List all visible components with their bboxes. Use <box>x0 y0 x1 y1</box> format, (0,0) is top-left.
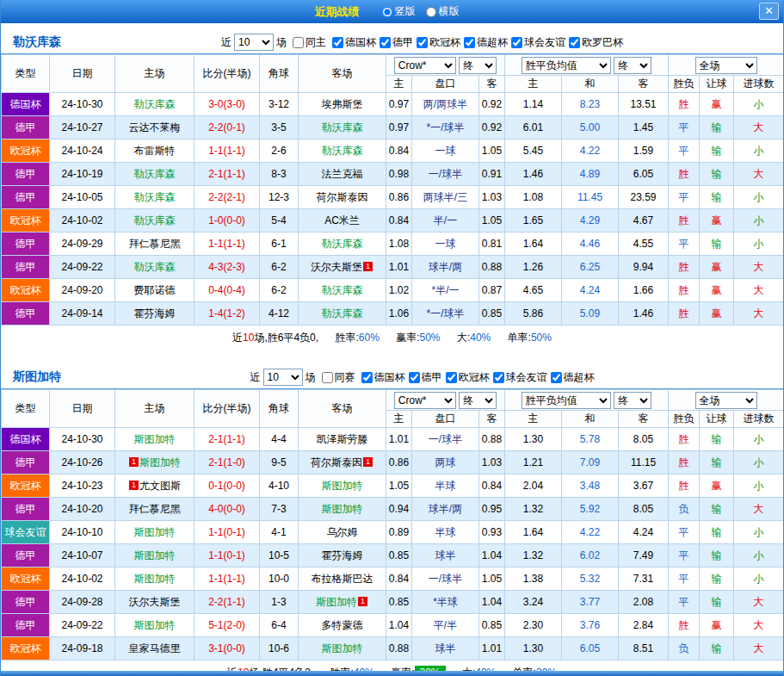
team-name: 勒沃库森 <box>134 191 176 203</box>
asian-home-odds: 1.05 <box>386 474 412 498</box>
asian-final-select[interactable]: 终 <box>459 57 497 74</box>
horizontal-radio[interactable] <box>426 7 436 17</box>
asian-away-odds: 1.05 <box>479 209 505 233</box>
league-filters: 德国杯德甲欧冠杯德超杯球会友谊欧罗巴杯 <box>329 35 623 50</box>
goals-result: 小 <box>734 474 784 498</box>
asian-handicap: 两/两球半 <box>412 93 479 116</box>
league-checkbox[interactable] <box>446 372 457 383</box>
score: 1-1(1-1) <box>194 567 260 591</box>
league-checkbox[interactable] <box>332 37 343 48</box>
euro-away-odds: 23.59 <box>619 186 669 209</box>
col-euro-away: 客 <box>619 411 669 428</box>
match-row: 德甲24-09-29拜仁慕尼黑1-1(1-1)6-1勒沃库森1.08一球0.81… <box>2 233 784 256</box>
away-team: 斯图加特1 <box>299 591 386 614</box>
league-filter[interactable]: 欧冠杯 <box>413 35 460 50</box>
same-checkbox[interactable] <box>293 37 304 48</box>
titlebar: 近期战绩 竖版 横版 ✕ <box>1 0 783 23</box>
euro-away-odds: 11.15 <box>619 451 669 474</box>
vertical-radio[interactable] <box>382 7 392 17</box>
euro-odds-select[interactable]: 胜平负均值 <box>522 57 611 74</box>
euro-final-select[interactable]: 终 <box>614 57 651 74</box>
euro-away-odds: 1.46 <box>619 302 669 326</box>
match-type: 球会友谊 <box>2 521 50 544</box>
red-card-badge: 1 <box>129 457 139 467</box>
team-name: 斯图加特 <box>134 526 176 538</box>
euro-home-odds: 1.08 <box>505 186 562 209</box>
league-filter[interactable]: 欧冠杯 <box>442 370 490 385</box>
same-checkbox[interactable] <box>322 372 333 383</box>
euro-final-select[interactable]: 终 <box>614 392 651 409</box>
league-filter[interactable]: 德国杯 <box>358 370 405 385</box>
score: 0-4(0-4) <box>194 279 260 302</box>
scope-select[interactable]: 全场 <box>695 57 757 74</box>
away-team: 乌尔姆 <box>299 521 386 544</box>
asian-home-odds: 0.85 <box>386 591 412 614</box>
euro-away-odds: 1.59 <box>619 140 669 163</box>
score: 2-1(1-1) <box>194 163 260 186</box>
league-filter[interactable]: 球会友谊 <box>490 370 547 385</box>
league-filter[interactable]: 德超杯 <box>547 370 595 385</box>
euro-away-odds: 13.51 <box>619 93 669 116</box>
league-filter[interactable]: 德国杯 <box>329 35 376 50</box>
same-filter[interactable]: 同主 <box>289 35 326 50</box>
league-checkbox[interactable] <box>361 372 373 383</box>
score: 2-2(2-1) <box>194 186 260 209</box>
result: 平 <box>669 521 700 544</box>
summary-count: 10 <box>243 332 254 344</box>
handicap-result: 赢 <box>700 614 734 637</box>
team-name: 拜仁慕尼黑 <box>129 503 181 515</box>
layout-option-horizontal[interactable]: 横版 <box>426 4 460 19</box>
league-checkbox[interactable] <box>464 37 475 48</box>
euro-odds-select[interactable]: 胜平负均值 <box>522 392 611 409</box>
red-card-badge: 1 <box>358 597 367 606</box>
asian-away-odds: 0.88 <box>479 428 505 451</box>
league-checkbox[interactable] <box>417 37 428 48</box>
match-row: 德甲24-10-20拜仁慕尼黑4-0(0-0)7-3斯图加特0.94球半/两0.… <box>2 498 784 521</box>
league-filter[interactable]: 德甲 <box>405 370 442 385</box>
league-checkbox[interactable] <box>493 372 504 383</box>
asian-home-odds: 1.01 <box>386 256 412 279</box>
bookmaker-select[interactable]: Crow* <box>394 392 456 409</box>
asian-final-select[interactable]: 终 <box>459 392 497 409</box>
asian-away-odds: 0.84 <box>479 474 505 498</box>
recent-count-select[interactable]: 10 <box>263 369 303 386</box>
same-filter[interactable]: 同赛 <box>318 370 355 385</box>
asian-away-odds: 0.92 <box>479 93 505 116</box>
euro-home-odds: 1.32 <box>505 544 562 567</box>
euro-draw-odds: 5.32 <box>562 567 619 591</box>
asian-home-odds: 0.84 <box>386 567 412 591</box>
league-filter[interactable]: 德超杯 <box>460 35 508 50</box>
corners: 6-2 <box>260 279 299 302</box>
euro-home-odds: 2.04 <box>505 474 562 498</box>
league-checkbox[interactable] <box>511 37 522 48</box>
team-name: 勒沃库森 <box>134 168 176 180</box>
home-team: 皇家马德里 <box>115 637 194 660</box>
league-filter[interactable]: 球会友谊 <box>508 35 565 50</box>
away-team: 勒沃库森 <box>299 116 386 140</box>
asian-home-odds: 1.02 <box>386 279 412 302</box>
handicap-result: 输 <box>700 428 734 451</box>
asian-away-odds: 0.92 <box>479 116 505 140</box>
league-filter[interactable]: 德甲 <box>376 35 413 50</box>
goals-result: 大 <box>734 116 784 140</box>
league-checkbox[interactable] <box>569 37 580 48</box>
result: 胜 <box>669 209 700 233</box>
handicap-result: 输 <box>700 637 734 660</box>
away-team: 霍芬海姆 <box>299 544 386 567</box>
bookmaker-select[interactable]: Crow* <box>394 57 456 74</box>
asian-away-odds: 0.85 <box>479 302 505 326</box>
layout-option-vertical[interactable]: 竖版 <box>382 4 416 19</box>
league-checkbox[interactable] <box>551 372 562 383</box>
match-type: 德甲 <box>2 451 50 474</box>
close-button[interactable]: ✕ <box>759 3 779 20</box>
recent-count-select[interactable]: 10 <box>234 34 274 51</box>
asian-odds-header: Crow* 终 <box>386 55 505 76</box>
match-row: 德国杯24-10-30勒沃库森3-0(3-0)3-12埃弗斯堡0.97两/两球半… <box>2 93 784 116</box>
match-date: 24-10-19 <box>50 163 115 186</box>
league-checkbox[interactable] <box>380 37 391 48</box>
team-name: 斯图加特 <box>139 456 181 468</box>
league-filter[interactable]: 欧罗巴杯 <box>565 35 623 50</box>
match-row: 德甲24-09-14霍芬海姆1-4(1-2)4-12勒沃库森1.06*一/球半0… <box>2 302 784 326</box>
scope-select[interactable]: 全场 <box>695 392 757 409</box>
league-checkbox[interactable] <box>409 372 420 383</box>
